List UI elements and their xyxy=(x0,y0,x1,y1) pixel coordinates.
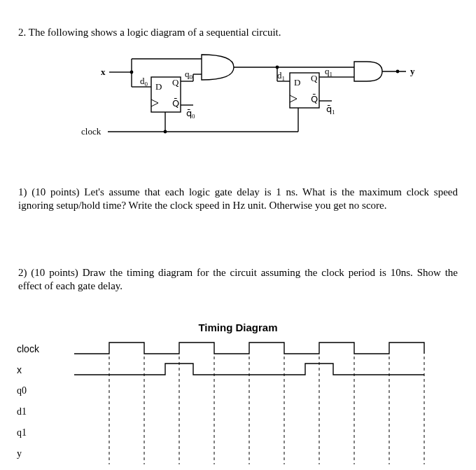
timing-label: clock xyxy=(17,343,57,355)
label-q1bar: q̄1 xyxy=(326,104,335,116)
timing-row-q0: q0 xyxy=(60,380,452,401)
timing-label: q0 xyxy=(17,385,57,397)
label-clock: clock xyxy=(81,126,102,137)
ff0-Q: Q xyxy=(172,77,179,88)
ff1-d: d1 xyxy=(277,70,285,82)
question-part2: 2) (10 points) Draw the timing diagram f… xyxy=(18,266,458,293)
ff1-D: D xyxy=(294,77,300,88)
timing-label: q1 xyxy=(17,427,57,439)
ff0-Qbar: Q̄ xyxy=(172,98,179,109)
ff1-Q: Q xyxy=(311,73,318,83)
timing-row-y: y xyxy=(60,443,452,464)
svg-point-21 xyxy=(396,69,400,73)
label-y: y xyxy=(410,66,415,76)
timing-row-x: x xyxy=(60,359,452,380)
timing-label: x xyxy=(17,364,57,376)
prompt-header: 2. The following shows a logic diagram o… xyxy=(18,26,458,40)
timing-diagram: clock x q0 d1 q1 y xyxy=(60,338,452,464)
ff0-D: D xyxy=(155,81,162,92)
ff0-d: d0 xyxy=(140,76,148,88)
timing-label: y xyxy=(17,448,57,460)
timing-row-q1: q1 xyxy=(60,422,452,443)
timing-row-d1: d1 xyxy=(60,401,452,422)
label-q0bar: q̄0 xyxy=(186,108,195,120)
question-part1: 1) (10 points) Let's assume that each lo… xyxy=(18,186,458,213)
timing-title: Timing Diagram xyxy=(18,321,458,335)
ff1-Qbar: Q̄ xyxy=(311,94,318,104)
timing-label: d1 xyxy=(17,406,57,418)
logic-circuit-diagram: x D Q Q̄ d0 q0 q̄0 d1 xyxy=(25,50,459,155)
label-q0: q0 xyxy=(185,69,193,81)
timing-row-clock: clock xyxy=(60,338,452,359)
svg-point-24 xyxy=(164,130,167,133)
label-x: x xyxy=(101,67,106,77)
